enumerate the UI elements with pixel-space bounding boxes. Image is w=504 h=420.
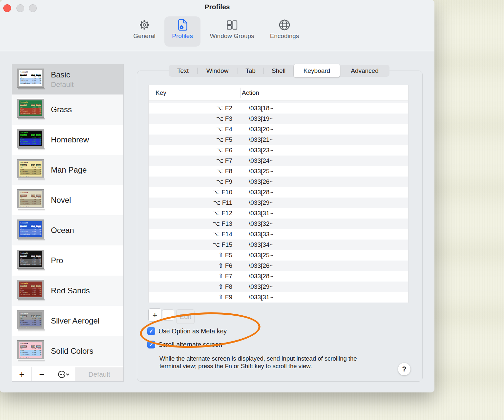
profile-thumbnail: Terminal#COMMAND%CPURPRVTtop4.1%231KXcod…	[17, 250, 46, 271]
binding-key: ⇧ F8	[149, 282, 240, 292]
key-binding-row[interactable]: ⌥ F2 \033[18~	[149, 103, 408, 114]
key-binding-row[interactable]: ⇧ F8 \033[29~	[149, 282, 408, 292]
use-option-as-meta-key-checkbox[interactable]: ✓ Use Option as Meta key	[147, 327, 227, 335]
binding-action: \033[19~	[240, 114, 273, 124]
column-header-key[interactable]: Key	[149, 89, 233, 96]
binding-action: \033[34~	[240, 240, 273, 250]
profile-thumbnail: Terminal#COMMAND%CPURPRVTtop4.1%231KXcod…	[17, 159, 46, 181]
profile-list-item-grass[interactable]: Terminal#COMMAND%CPURPRVTtop4.1%231KXcod…	[12, 94, 123, 125]
profile-list-item-red-sands[interactable]: Terminal#COMMAND%CPURPRVTtop4.1%231KXcod…	[12, 276, 123, 306]
profile-thumbnail: Terminal#COMMAND%CPURPRVTtop4.1%231KXcod…	[17, 341, 46, 362]
key-binding-row[interactable]: ⌥ F9 \033[26~	[149, 177, 408, 187]
column-header-action[interactable]: Action	[233, 89, 259, 96]
binding-key: ⌥ F12	[149, 208, 240, 219]
binding-key: ⌥ F5	[149, 135, 240, 145]
binding-action: \033[23~	[240, 145, 273, 156]
profile-list-item-basic[interactable]: Terminal#COMMAND%CPURPRVTtop4.1%231KXcod…	[12, 64, 123, 94]
profile-list-item-homebrew[interactable]: Terminal#COMMAND%CPURPRVTtop4.1%231KXcod…	[12, 125, 123, 155]
key-binding-row[interactable]: ⌥ F12 \033[31~	[149, 208, 408, 219]
profile-list-item-man-page[interactable]: Terminal#COMMAND%CPURPRVTtop4.1%231KXcod…	[12, 155, 123, 185]
profile-list-item-ocean[interactable]: Terminal#COMMAND%CPURPRVTtop4.1%231KXcod…	[12, 215, 123, 245]
binding-key: ⌥ F14	[149, 229, 240, 240]
tab-label: Tab	[245, 67, 256, 74]
tab-advanced[interactable]: Advanced	[340, 65, 389, 77]
key-binding-row[interactable]: ⌥ F11 \033[29~	[149, 198, 408, 208]
profile-list-item-novel[interactable]: Terminal#COMMAND%CPURPRVTtop4.1%231KXcod…	[12, 185, 123, 215]
ellipsis-circle-icon	[58, 370, 70, 379]
profile-list-item-pro[interactable]: Terminal#COMMAND%CPURPRVTtop4.1%231KXcod…	[12, 245, 123, 276]
key-binding-row[interactable]: ⌥ F7 \033[24~	[149, 156, 408, 166]
profile-tabs: TextWindowTabShellKeyboardAdvanced	[169, 65, 389, 77]
remove-profile-button[interactable]: −	[32, 367, 52, 381]
key-binding-row[interactable]: ⌥ F14 \033[33~	[149, 229, 408, 240]
profile-list-item-solid-colors[interactable]: Terminal#COMMAND%CPURPRVTtop4.1%231KXcod…	[12, 336, 123, 366]
profile-thumbnail: Terminal#COMMAND%CPURPRVTtop4.1%231KXcod…	[17, 310, 46, 332]
tab-text[interactable]: Text	[169, 65, 197, 77]
profile-list-item-silver-aerogel[interactable]: Terminal#COMMAND%CPURPRVTtop4.1%231KXcod…	[12, 306, 123, 336]
toolbar-item-encodings[interactable]: Encodings	[264, 18, 304, 45]
binding-key: ⌥ F10	[149, 187, 240, 198]
binding-action: \033[24~	[240, 156, 273, 166]
binding-action: \033[31~	[240, 292, 273, 303]
tab-label: Text	[177, 67, 189, 74]
key-binding-row[interactable]: ⇧ F5 \033[25~	[149, 250, 408, 261]
remove-binding-button[interactable]: −	[162, 309, 174, 321]
gear-icon	[137, 18, 152, 32]
toolbar-item-window-groups[interactable]: Window Groups	[203, 18, 261, 45]
profiles-sidebar: Terminal#COMMAND%CPURPRVTtop4.1%231KXcod…	[12, 64, 124, 382]
key-binding-row[interactable]: ⌥ F3 \033[19~	[149, 114, 408, 124]
profile-thumbnail: Terminal#COMMAND%CPURPRVTtop4.1%231KXcod…	[17, 190, 46, 211]
toolbar-item-general[interactable]: General	[130, 18, 159, 45]
profile-thumbnail: Terminal#COMMAND%CPURPRVTtop4.1%231KXcod…	[17, 220, 46, 241]
key-binding-row[interactable]: ⇧ F9 \033[31~	[149, 292, 408, 303]
binding-action: \033[32~	[240, 219, 273, 229]
help-button[interactable]: ?	[398, 363, 410, 375]
profile-name: Solid Colors	[51, 346, 93, 356]
thumbnail-reflection	[18, 88, 45, 90]
more-options-button[interactable]	[52, 367, 75, 381]
key-binding-row[interactable]: ⌥ F15 \033[34~	[149, 240, 408, 250]
binding-action: \033[21~	[240, 135, 273, 145]
key-binding-row[interactable]: ⌥ F4 \033[20~	[149, 124, 408, 135]
thumbnail-reflection	[18, 269, 45, 271]
thumbnail-reflection	[18, 360, 45, 362]
binding-key: ⌥ F2	[149, 103, 240, 114]
tab-shell[interactable]: Shell	[263, 65, 294, 77]
key-bindings-table: Key Action ⌥ F2 \033[18~ ⌥ F3 \033[19~ ⌥…	[148, 85, 409, 303]
add-profile-button[interactable]: +	[12, 367, 32, 381]
profile-name: Grass	[51, 105, 72, 114]
tab-label: Keyboard	[304, 67, 330, 74]
toolbar-label-profiles: Profiles	[172, 32, 193, 40]
add-binding-button[interactable]: +	[148, 308, 161, 322]
key-binding-row[interactable]: ⌥ F6 \033[23~	[149, 145, 408, 156]
binding-key: ⌥ F3	[149, 114, 240, 124]
profile-name: Novel	[51, 196, 71, 205]
key-binding-row[interactable]: ⌥ F10 \033[28~	[149, 187, 408, 198]
tab-keyboard[interactable]: Keyboard	[294, 64, 340, 77]
binding-action: \033[29~	[240, 198, 273, 208]
window-title: Profiles	[0, 3, 434, 11]
checkbox-label: Use Option as Meta key	[158, 327, 227, 335]
tab-window[interactable]: Window	[197, 65, 238, 77]
help-text-line: While the alternate screen is displayed,…	[159, 355, 386, 362]
toolbar-item-profiles[interactable]: Profiles	[164, 16, 200, 47]
profile-name: Man Page	[51, 165, 87, 175]
key-binding-row[interactable]: ⌥ F8 \033[25~	[149, 166, 408, 177]
tab-tab[interactable]: Tab	[238, 65, 263, 77]
profile-name: Red Sands	[51, 286, 90, 295]
profile-thumbnail: Terminal#COMMAND%CPURPRVTtop4.1%231KXcod…	[17, 69, 46, 90]
profile-name: Silver Aerogel	[51, 316, 99, 326]
edit-binding-button[interactable]: Edit	[176, 309, 195, 324]
key-binding-row[interactable]: ⇧ F7 \033[28~	[149, 271, 408, 282]
key-binding-row[interactable]: ⌥ F13 \033[32~	[149, 219, 408, 229]
key-binding-row[interactable]: ⇧ F6 \033[26~	[149, 261, 408, 271]
key-binding-row[interactable]: ⌥ F5 \033[21~	[149, 135, 408, 145]
binding-action: \033[28~	[240, 187, 273, 198]
binding-action: \033[26~	[240, 177, 273, 187]
profile-name: Basic	[51, 70, 74, 79]
thumbnail-reflection	[18, 148, 45, 151]
binding-key: ⌥ F9	[149, 177, 240, 187]
default-button[interactable]: Default	[75, 367, 123, 381]
scroll-alternate-screen-checkbox[interactable]: ✓ Scroll alternate screen	[147, 341, 222, 348]
toolbar-label-encodings: Encodings	[270, 32, 299, 40]
